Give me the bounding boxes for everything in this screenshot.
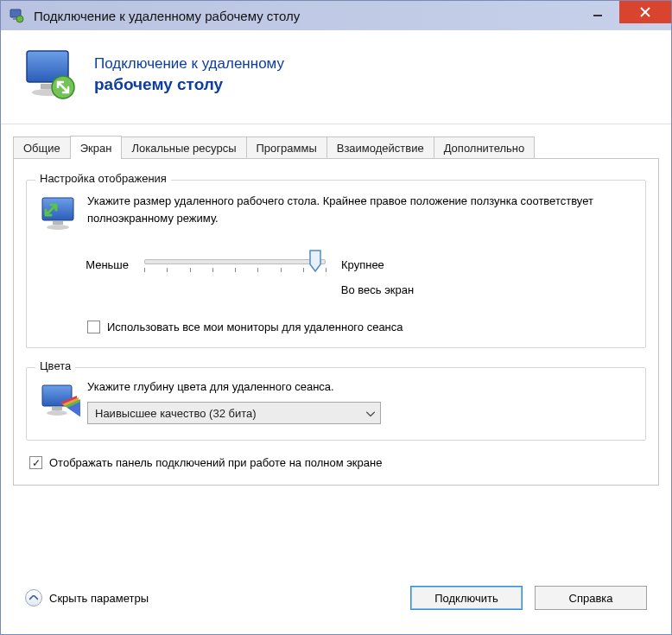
banner-text: Подключение к удаленному рабочему столу xyxy=(94,54,284,95)
svg-rect-3 xyxy=(593,15,602,16)
tab-programs[interactable]: Программы xyxy=(246,137,327,158)
tab-local-resources[interactable]: Локальные ресурсы xyxy=(121,137,246,158)
colors-icon xyxy=(39,380,87,426)
resolution-slider-row: Меньше xyxy=(77,251,633,278)
color-depth-value: Наивысшее качество (32 бита) xyxy=(95,407,257,420)
svg-rect-10 xyxy=(42,198,73,220)
connection-bar-row: Отображать панель подключений при работе… xyxy=(29,456,643,469)
slider-ticks xyxy=(144,268,326,275)
multi-monitor-checkbox[interactable] xyxy=(87,321,100,333)
hide-options-label: Скрыть параметры xyxy=(49,592,149,605)
group-display-legend: Настройка отображения xyxy=(35,172,171,185)
svg-point-12 xyxy=(47,225,69,230)
svg-point-15 xyxy=(47,410,67,416)
footer: Скрыть параметры Подключить Справка xyxy=(13,572,659,622)
footer-buttons: Подключить Справка xyxy=(410,586,647,610)
help-button[interactable]: Справка xyxy=(535,586,647,610)
window-title: Подключение к удаленному рабочему столу xyxy=(34,9,300,23)
display-config-icon xyxy=(39,193,87,235)
app-icon xyxy=(8,7,25,24)
display-config-desc: Укажите размер удаленного рабочего стола… xyxy=(87,193,633,226)
colors-desc: Укажите глубину цвета для удаленного сеа… xyxy=(87,380,633,393)
connection-bar-label[interactable]: Отображать панель подключений при работе… xyxy=(49,456,382,469)
rdc-window: Подключение к удаленному рабочему столу xyxy=(0,0,672,635)
slider-thumb[interactable] xyxy=(308,249,322,276)
group-colors-legend: Цвета xyxy=(35,359,75,372)
tab-experience[interactable]: Взаимодействие xyxy=(326,137,434,158)
tabstrip: Общие Экран Локальные ресурсы Программы … xyxy=(13,135,659,159)
banner: Подключение к удаленному рабочему столу xyxy=(1,30,671,124)
tabs-body: Настройка отображения xyxy=(13,159,659,486)
multi-monitor-label[interactable]: Использовать все мои мониторы для удален… xyxy=(107,321,403,333)
title-controls xyxy=(576,1,671,30)
minimize-button[interactable] xyxy=(576,1,619,23)
close-button[interactable] xyxy=(619,1,671,23)
banner-line2: рабочему столу xyxy=(94,74,284,96)
group-display-config: Настройка отображения xyxy=(26,180,646,348)
chevron-down-icon xyxy=(366,407,375,420)
color-depth-dropdown[interactable]: Наивысшее качество (32 бита) xyxy=(87,402,381,424)
close-icon xyxy=(639,6,651,18)
tab-display[interactable]: Экран xyxy=(70,136,123,159)
slider-min-label: Меньше xyxy=(77,258,129,271)
chevron-up-icon xyxy=(25,589,42,606)
connection-bar-checkbox[interactable] xyxy=(29,456,42,469)
multi-monitor-row: Использовать все мои мониторы для удален… xyxy=(87,321,633,333)
tab-advanced[interactable]: Дополнительно xyxy=(434,137,536,158)
connect-button[interactable]: Подключить xyxy=(410,586,523,610)
group-colors: Цвета xyxy=(26,367,646,441)
client-area: Общие Экран Локальные ресурсы Программы … xyxy=(1,124,671,634)
banner-line1: Подключение к удаленному xyxy=(94,54,284,74)
svg-rect-14 xyxy=(52,407,62,410)
slider-max-label: Крупнее xyxy=(341,258,393,271)
tab-general[interactable]: Общие xyxy=(13,137,71,158)
hide-options-link[interactable]: Скрыть параметры xyxy=(25,589,149,606)
minimize-icon xyxy=(593,7,603,17)
resolution-slider[interactable] xyxy=(144,251,326,278)
svg-point-2 xyxy=(16,16,23,22)
titlebar: Подключение к удаленному рабочему столу xyxy=(1,1,671,30)
svg-rect-11 xyxy=(53,221,63,225)
slider-value-label: Во весь экран xyxy=(122,283,633,296)
banner-icon xyxy=(20,44,80,105)
